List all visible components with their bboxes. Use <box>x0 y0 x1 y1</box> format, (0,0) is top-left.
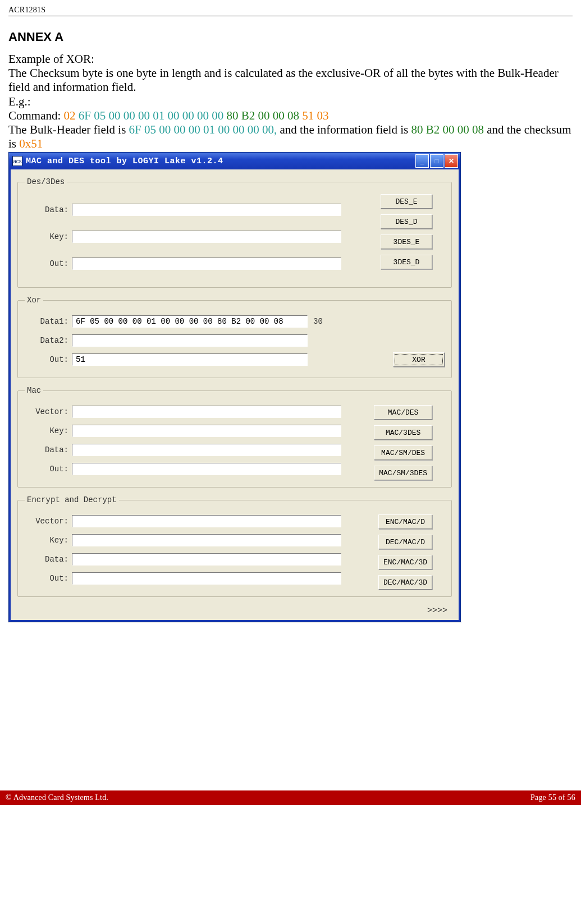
page-footer: © Advanced Card Systems Ltd. Page 55 of … <box>0 790 581 805</box>
bd-c: and the information field is <box>280 123 411 136</box>
mac-des-button[interactable]: MAC/DES <box>374 405 432 420</box>
xor-button[interactable]: XOR <box>393 352 445 367</box>
bd-f: 0x51 <box>19 137 43 150</box>
cmd-seg-b: 6F 05 00 00 00 01 00 00 00 00 <box>79 109 227 122</box>
panel-mac-legend: Mac <box>25 386 43 395</box>
titlebar[interactable]: acs MAC and DES tool by LOGYI Lake v1.2.… <box>9 153 460 169</box>
xor-data1-input[interactable] <box>72 315 308 328</box>
xor-data2-input[interactable] <box>72 334 308 347</box>
mac-3des-button[interactable]: MAC/3DES <box>374 425 432 440</box>
enc-out-input[interactable] <box>72 572 341 585</box>
cmd-seg-c: 80 B2 00 00 08 <box>227 109 303 122</box>
enc-data-label: Data: <box>25 555 72 564</box>
mac-vector-input[interactable] <box>72 406 341 418</box>
bd-a: The Bulk-Header field is <box>8 123 129 136</box>
cmd-label: Command: <box>8 109 64 122</box>
enc-mac-3d-button[interactable]: ENC/MAC/3D <box>378 555 432 569</box>
panel-xor-legend: Xor <box>25 296 43 305</box>
minimize-button[interactable]: _ <box>415 154 429 168</box>
para-command: Command: 02 6F 05 00 00 00 01 00 00 00 0… <box>8 109 573 123</box>
des-data-label: Data: <box>25 205 72 214</box>
xor-out-input[interactable] <box>72 353 308 366</box>
enc-data-input[interactable] <box>72 553 341 566</box>
app-icon: acs <box>12 156 22 166</box>
para-example: Example of XOR: <box>8 52 573 66</box>
annex-title: ANNEX A <box>8 30 573 44</box>
enc-out-label: Out: <box>25 574 72 583</box>
footer-left: © Advanced Card Systems Ltd. <box>6 793 108 802</box>
dec-mac-d-button[interactable]: DEC/MAC/D <box>378 535 432 549</box>
panel-enc-legend: Encrypt and Decrypt <box>25 495 119 504</box>
panel-enc: Encrypt and Decrypt ENC/MAC/D DEC/MAC/D … <box>17 495 452 597</box>
mac-data-input[interactable] <box>72 444 341 456</box>
doc-header: ACR1281S <box>8 6 573 16</box>
panel-xor: Xor Data1: 30 Data2: Out: XOR <box>17 296 452 378</box>
mac-sm-3des-button[interactable]: MAC/SM/3DES <box>374 466 432 480</box>
des-d-button[interactable]: DES_D <box>381 214 432 229</box>
des-out-input[interactable] <box>72 258 341 270</box>
enc-vector-label: Vector: <box>25 517 72 526</box>
mac-out-input[interactable] <box>72 463 341 475</box>
cmd-seg-a: 02 <box>64 109 79 122</box>
des-out-label: Out: <box>25 259 72 268</box>
des-key-label: Key: <box>25 232 72 241</box>
xor-data2-label: Data2: <box>25 336 72 345</box>
footer-right: Page 55 of 56 <box>530 793 575 802</box>
mac-vector-label: Vector: <box>25 407 72 416</box>
para-eg: E.g.: <box>8 95 573 109</box>
3des-d-button[interactable]: 3DES_D <box>381 255 432 269</box>
para-desc: The Checksum byte is one byte in length … <box>8 66 573 94</box>
des-e-button[interactable]: DES_E <box>381 194 432 209</box>
mac-sm-des-button[interactable]: MAC/SM/DES <box>374 445 432 460</box>
panel-des: Des/3Des DES_E DES_D 3DES_E 3DES_D Data:… <box>17 177 452 288</box>
tool-window: acs MAC and DES tool by LOGYI Lake v1.2.… <box>8 152 461 622</box>
para-breakdown: The Bulk-Header field is 6F 05 00 00 00 … <box>8 123 573 151</box>
mac-key-input[interactable] <box>72 425 341 437</box>
cmd-seg-d: 51 03 <box>302 109 328 122</box>
panel-mac: Mac MAC/DES MAC/3DES MAC/SM/DES MAC/SM/3… <box>17 386 452 488</box>
xor-out-label: Out: <box>25 355 72 364</box>
enc-vector-input[interactable] <box>72 515 341 527</box>
enc-mac-d-button[interactable]: ENC/MAC/D <box>378 514 432 529</box>
more-link[interactable]: >>>> <box>17 605 452 615</box>
bd-d: 80 B2 00 00 08 <box>411 123 487 136</box>
bd-b: 6F 05 00 00 00 01 00 00 00 00, <box>129 123 280 136</box>
dec-mac-3d-button[interactable]: DEC/MAC/3D <box>378 575 432 590</box>
enc-key-label: Key: <box>25 536 72 545</box>
xor-data1-label: Data1: <box>25 317 72 326</box>
3des-e-button[interactable]: 3DES_E <box>381 235 432 249</box>
des-data-input[interactable] <box>72 204 341 216</box>
mac-data-label: Data: <box>25 445 72 454</box>
panel-des-legend: Des/3Des <box>25 177 67 186</box>
window-title: MAC and DES tool by LOGYI Lake v1.2.4 <box>26 157 223 166</box>
enc-key-input[interactable] <box>72 534 341 546</box>
mac-key-label: Key: <box>25 426 72 435</box>
des-key-input[interactable] <box>72 231 341 243</box>
maximize-button[interactable]: □ <box>430 154 443 168</box>
xor-count: 30 <box>313 317 323 326</box>
mac-out-label: Out: <box>25 465 72 474</box>
close-button[interactable]: ✕ <box>445 154 458 168</box>
